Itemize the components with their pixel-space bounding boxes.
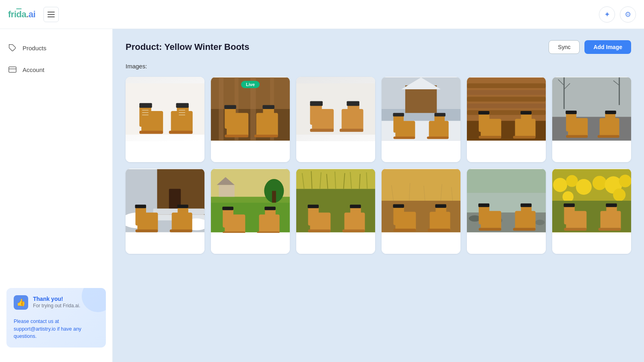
svg-rect-108 <box>223 209 233 228</box>
image-card-8[interactable] <box>211 169 290 254</box>
svg-rect-62 <box>479 113 489 132</box>
svg-rect-31 <box>254 135 278 138</box>
tag-icon <box>8 43 17 52</box>
svg-rect-35 <box>310 101 322 106</box>
svg-rect-160 <box>479 206 489 224</box>
image-card-9[interactable] <box>296 169 375 254</box>
image-card-11[interactable] <box>467 169 546 254</box>
svg-rect-5 <box>139 105 151 127</box>
image-area-12 <box>552 169 631 233</box>
svg-rect-185 <box>599 228 621 231</box>
svg-rect-39 <box>347 101 359 106</box>
image-card-12[interactable] <box>552 169 631 254</box>
image-card-10[interactable] <box>382 169 460 254</box>
svg-point-171 <box>576 179 592 195</box>
svg-rect-55 <box>467 83 546 88</box>
image-area-5 <box>467 77 546 141</box>
svg-rect-181 <box>564 228 586 231</box>
sync-button[interactable]: Sync <box>549 40 580 54</box>
image-area-11 <box>467 169 546 233</box>
hamburger-line-3 <box>47 16 55 17</box>
svg-rect-13 <box>176 103 188 108</box>
svg-rect-29 <box>263 107 274 129</box>
svg-rect-152 <box>467 169 546 193</box>
svg-rect-36 <box>310 129 334 132</box>
svg-rect-103 <box>272 191 276 203</box>
sidebar-item-account[interactable]: Account <box>0 59 112 80</box>
svg-rect-97 <box>178 207 188 226</box>
svg-rect-27 <box>225 135 248 138</box>
svg-rect-80 <box>566 135 588 138</box>
image-card-2[interactable]: Live <box>211 77 290 162</box>
image-area-4 <box>382 77 460 141</box>
svg-rect-12 <box>177 105 188 127</box>
svg-rect-82 <box>605 113 615 132</box>
svg-point-170 <box>566 175 578 187</box>
live-badge: Live <box>241 81 260 88</box>
logo-text: frida.ai <box>8 9 35 19</box>
svg-rect-6 <box>139 103 152 108</box>
image-footer-9 <box>296 233 375 254</box>
image-footer-8 <box>211 233 290 254</box>
image-area-2: Live <box>211 77 290 141</box>
svg-rect-57 <box>467 97 546 102</box>
image-card-7[interactable] <box>126 169 204 254</box>
svg-rect-98 <box>177 205 188 208</box>
settings-button[interactable]: ⚙ <box>620 6 636 23</box>
thank-you-title: Thank you! <box>33 296 80 302</box>
svg-rect-78 <box>566 113 576 132</box>
svg-point-169 <box>553 178 567 192</box>
svg-rect-56 <box>467 90 546 95</box>
svg-rect-184 <box>606 204 617 207</box>
svg-rect-79 <box>566 111 576 114</box>
theme-toggle-button[interactable]: ✦ <box>599 6 615 23</box>
image-area-1 <box>126 77 204 141</box>
svg-rect-43 <box>405 85 437 113</box>
image-area-9 <box>296 169 375 233</box>
image-footer-2 <box>211 141 290 162</box>
svg-rect-149 <box>435 204 446 208</box>
svg-rect-99 <box>170 230 192 232</box>
svg-rect-53 <box>427 137 449 139</box>
account-icon <box>8 65 17 74</box>
svg-rect-47 <box>393 115 403 133</box>
image-grid-row2 <box>126 169 631 254</box>
svg-rect-144 <box>393 206 404 225</box>
svg-rect-26 <box>224 105 236 109</box>
image-card-4[interactable] <box>382 77 460 162</box>
hamburger-button[interactable] <box>43 7 59 22</box>
sidebar-item-products[interactable]: Products <box>0 37 112 59</box>
image-footer-10 <box>382 233 460 254</box>
layout: Products Account 👍 Thank you! For trying… <box>0 29 644 362</box>
gear-icon: ⚙ <box>625 10 631 19</box>
image-footer-4 <box>382 141 460 162</box>
page-header: Product: Yellow Winter Boots Sync Add Im… <box>126 40 631 54</box>
image-card-3[interactable] <box>296 77 375 162</box>
svg-rect-58 <box>467 103 546 108</box>
svg-rect-63 <box>478 111 489 115</box>
svg-rect-162 <box>479 228 501 231</box>
svg-rect-113 <box>264 207 275 210</box>
images-section-label: Images: <box>126 63 631 70</box>
svg-rect-95 <box>136 230 158 232</box>
svg-rect-161 <box>478 204 489 207</box>
image-area-3 <box>296 77 375 141</box>
svg-point-175 <box>562 191 573 202</box>
image-card-5[interactable] <box>467 77 546 162</box>
image-area-8 <box>211 169 290 233</box>
svg-rect-7 <box>139 131 163 134</box>
add-image-button[interactable]: Add Image <box>584 40 631 54</box>
image-card-1[interactable] <box>126 77 204 162</box>
svg-rect-134 <box>343 230 365 232</box>
svg-rect-30 <box>262 105 274 109</box>
svg-rect-34 <box>310 103 322 125</box>
image-card-6[interactable] <box>552 77 631 162</box>
image-footer-3 <box>296 141 375 162</box>
header-actions: Sync Add Image <box>549 40 631 54</box>
svg-rect-109 <box>222 207 233 210</box>
svg-rect-38 <box>347 103 359 125</box>
svg-rect-132 <box>350 207 361 226</box>
hamburger-line-1 <box>47 12 55 12</box>
image-footer-5 <box>467 141 546 162</box>
svg-rect-130 <box>308 230 330 232</box>
